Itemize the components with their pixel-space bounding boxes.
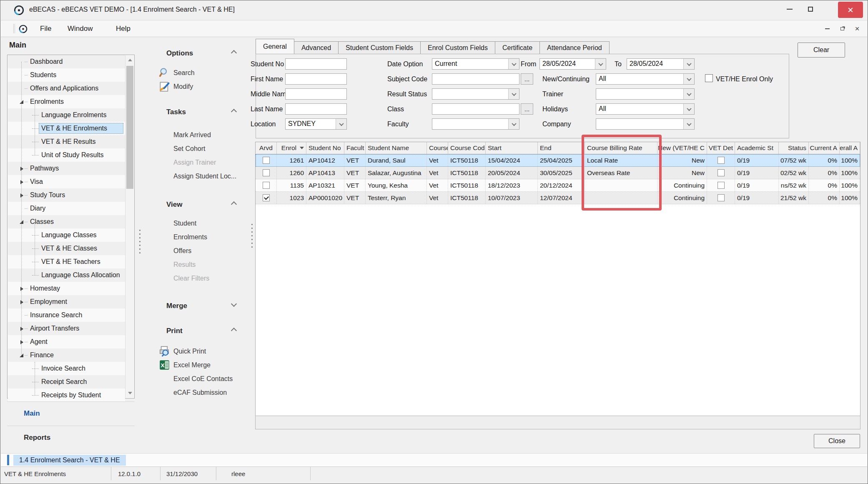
- sidebar-item-language-classes[interactable]: Language Classes: [8, 228, 125, 242]
- sidebar-item-language-class-allocation[interactable]: Language Class Allocation: [8, 268, 125, 282]
- action-set-cohort[interactable]: Set Cohort: [173, 143, 205, 154]
- vet-he-enrol-only-checkbox[interactable]: [705, 74, 713, 82]
- action-view-offers[interactable]: Offers: [173, 246, 191, 256]
- tab-enrol-custom-fields[interactable]: Enrol Custom Fields: [421, 41, 495, 54]
- expander-closed-icon[interactable]: [19, 193, 25, 198]
- expander-open-icon[interactable]: [19, 99, 25, 105]
- sidebar-item-language-enrolments[interactable]: Language Enrolments: [8, 108, 125, 122]
- action-excel-coe-contacts[interactable]: Excel CoE Contacts: [173, 374, 233, 384]
- action-ecaf-submission[interactable]: eCAF Submission: [173, 387, 227, 398]
- sidebar-item-finance[interactable]: Finance: [8, 349, 125, 362]
- sidebar-item-students[interactable]: Students: [8, 68, 125, 82]
- expander-closed-icon[interactable]: [19, 299, 25, 305]
- col-vet-details[interactable]: VET Det: [707, 142, 735, 154]
- sidebar-item-agent[interactable]: Agent: [8, 335, 125, 349]
- section-print[interactable]: Print: [166, 327, 239, 335]
- clear-button[interactable]: Clear: [798, 43, 845, 58]
- arrived-checkbox[interactable]: [263, 157, 270, 164]
- sidebar-item-enrolments[interactable]: Enrolments: [8, 95, 125, 108]
- scroll-thumb[interactable]: [126, 66, 133, 189]
- class-lookup-button[interactable]: ...: [521, 103, 533, 115]
- first-name-input[interactable]: [285, 73, 347, 85]
- expander-open-icon[interactable]: [19, 219, 25, 225]
- col-faculty[interactable]: Facult: [344, 142, 366, 154]
- col-enrol[interactable]: Enrol: [277, 142, 306, 154]
- section-tasks[interactable]: Tasks: [166, 108, 239, 116]
- vet-details-checkbox[interactable]: [717, 169, 725, 176]
- col-student-name[interactable]: Student Name: [366, 142, 427, 154]
- grid-horizontal-scrollbar[interactable]: [255, 416, 860, 429]
- middle-name-input[interactable]: [285, 88, 347, 100]
- faculty-select[interactable]: [432, 118, 519, 130]
- action-excel-merge[interactable]: Excel Merge: [173, 360, 211, 371]
- sidebar-item-vet-he-results[interactable]: VET & HE Results: [8, 135, 125, 148]
- expander-open-icon[interactable]: [19, 353, 25, 358]
- minimize-button[interactable]: [780, 0, 800, 18]
- document-tab[interactable]: 1.4 Enrolment Search - VET & HE: [13, 455, 126, 466]
- close-button[interactable]: Close: [814, 434, 860, 448]
- arrived-checkbox-checked[interactable]: [263, 194, 270, 201]
- col-status[interactable]: Status: [779, 142, 809, 154]
- scroll-down-icon[interactable]: [125, 389, 134, 398]
- date-option-select[interactable]: Current: [432, 58, 519, 70]
- action-quick-print[interactable]: Quick Print: [173, 346, 206, 357]
- sidebar-item-offers-applications[interactable]: Offers and Applications: [8, 82, 125, 95]
- action-view-enrolments[interactable]: Enrolments: [173, 232, 207, 243]
- sidebar-item-receipts-by-student[interactable]: Receipts by Student: [8, 389, 125, 402]
- menu-file[interactable]: File: [34, 20, 57, 37]
- col-course[interactable]: Course: [427, 142, 448, 154]
- col-new-vet-he[interactable]: New (VET/HE C: [657, 142, 707, 154]
- vet-details-checkbox[interactable]: [717, 194, 725, 201]
- result-status-select[interactable]: [432, 88, 519, 100]
- tab-attendance-period[interactable]: Attendance Period: [540, 41, 610, 54]
- sidebar-item-invoice-search[interactable]: Invoice Search: [8, 362, 125, 375]
- action-modify[interactable]: Modify: [173, 81, 193, 92]
- sidebar-item-diary[interactable]: Diary: [8, 202, 125, 215]
- col-current-att[interactable]: Current A: [809, 142, 840, 154]
- action-search[interactable]: Search: [173, 68, 195, 78]
- close-window-button[interactable]: ×: [838, 2, 863, 18]
- sidebar-item-unit-of-study-results[interactable]: Unit of Study Results: [8, 148, 125, 162]
- action-view-student[interactable]: Student: [173, 218, 196, 229]
- location-select[interactable]: SYDNEY: [285, 118, 347, 130]
- col-arvd[interactable]: Arvd: [256, 142, 277, 154]
- tab-student-custom-fields[interactable]: Student Custom Fields: [339, 41, 421, 54]
- to-date-select[interactable]: 28/05/2024: [627, 58, 695, 70]
- action-mark-arrived[interactable]: Mark Arrived: [173, 130, 211, 140]
- from-date-select[interactable]: 28/05/2024: [539, 58, 606, 70]
- last-name-input[interactable]: [285, 103, 347, 115]
- tree-scrollbar[interactable]: [125, 55, 134, 398]
- expander-closed-icon[interactable]: [19, 179, 25, 185]
- arrived-checkbox[interactable]: [263, 169, 270, 176]
- trainer-select[interactable]: [596, 88, 695, 100]
- tab-general[interactable]: General: [256, 39, 294, 54]
- sidebar-section-main[interactable]: Main: [7, 401, 135, 425]
- section-view[interactable]: View: [166, 201, 239, 209]
- table-row[interactable]: 1260 AP10413 VET Salazar, Augustina Vet …: [256, 167, 860, 179]
- sidebar-item-pathways[interactable]: Pathways: [8, 162, 125, 175]
- sidebar-item-airport-transfers[interactable]: Airport Transfers: [8, 322, 125, 335]
- table-row[interactable]: 1261 AP10412 VET Durand, Saul Vet ICT501…: [256, 154, 860, 167]
- class-input[interactable]: [432, 103, 519, 115]
- col-student-no[interactable]: Student No: [306, 142, 344, 154]
- table-row[interactable]: 1135 AP10321 VET Young, Kesha Vet ICT501…: [256, 179, 860, 192]
- action-assign-student-location[interactable]: Assign Student Loc...: [173, 171, 236, 182]
- sidebar-item-vet-he-classes[interactable]: VET & HE Classes: [8, 242, 125, 255]
- sidebar-item-dashboard[interactable]: Dashboard: [8, 55, 125, 68]
- expander-closed-icon[interactable]: [19, 339, 25, 345]
- sidebar-item-visa[interactable]: Visa: [8, 175, 125, 188]
- expander-closed-icon[interactable]: [19, 286, 25, 291]
- scroll-up-icon[interactable]: [125, 55, 134, 65]
- sidebar-item-receipt-search[interactable]: Receipt Search: [8, 375, 125, 389]
- section-options[interactable]: Options: [166, 49, 239, 58]
- menu-window[interactable]: Window: [62, 20, 98, 37]
- sidebar-item-classes[interactable]: Classes: [8, 215, 125, 228]
- new-continuing-select[interactable]: All: [596, 73, 695, 85]
- col-overall-att[interactable]: Overall A: [840, 142, 860, 154]
- sidebar-item-insurance-search[interactable]: Insurance Search: [8, 308, 125, 322]
- tab-advanced[interactable]: Advanced: [294, 41, 339, 54]
- vet-details-checkbox[interactable]: [717, 182, 725, 189]
- arrived-checkbox[interactable]: [263, 182, 270, 189]
- section-merge[interactable]: Merge: [166, 302, 239, 310]
- holidays-select[interactable]: All: [596, 103, 695, 115]
